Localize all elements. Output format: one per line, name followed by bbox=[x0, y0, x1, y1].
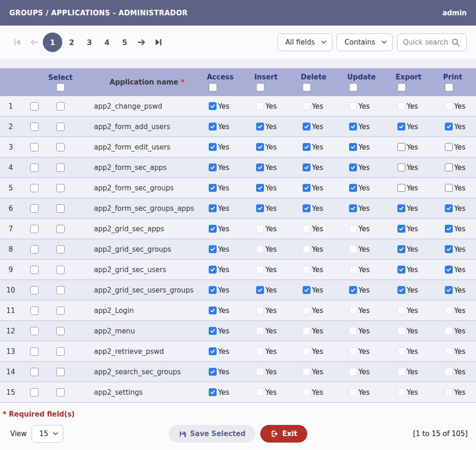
export-checkbox[interactable] bbox=[397, 245, 405, 253]
export-checkbox[interactable] bbox=[397, 143, 405, 151]
print-checkbox[interactable] bbox=[445, 163, 453, 171]
access-checkbox[interactable] bbox=[209, 368, 217, 376]
print-checkbox[interactable] bbox=[445, 286, 453, 294]
print-checkbox[interactable] bbox=[445, 204, 453, 212]
row-select-checkbox[interactable] bbox=[30, 388, 39, 397]
select-field-checkbox[interactable] bbox=[56, 102, 65, 111]
export-checkbox[interactable] bbox=[397, 123, 405, 130]
select-all-checkbox[interactable] bbox=[56, 83, 65, 91]
select-field-checkbox[interactable] bbox=[56, 143, 65, 151]
save-selected-button[interactable]: Save Selected bbox=[169, 425, 256, 443]
view-count-select[interactable]: 15 bbox=[32, 425, 63, 443]
insert-checkbox[interactable] bbox=[256, 204, 264, 212]
page-4-button[interactable]: 4 bbox=[99, 34, 115, 51]
access-checkbox[interactable] bbox=[209, 102, 217, 110]
select-field-checkbox[interactable] bbox=[56, 368, 65, 376]
delete-select-all-checkbox[interactable] bbox=[303, 83, 311, 91]
search-operator-select[interactable]: Contains bbox=[337, 33, 393, 51]
select-field-checkbox[interactable] bbox=[56, 307, 65, 315]
select-field-checkbox[interactable] bbox=[56, 225, 65, 233]
access-checkbox[interactable] bbox=[209, 204, 217, 212]
row-select-checkbox[interactable] bbox=[30, 163, 39, 172]
row-select-checkbox[interactable] bbox=[30, 225, 39, 233]
insert-checkbox[interactable] bbox=[256, 123, 264, 130]
select-field-checkbox[interactable] bbox=[56, 327, 65, 335]
update-checkbox[interactable] bbox=[349, 286, 357, 294]
select-field-checkbox[interactable] bbox=[56, 123, 65, 131]
insert-select-all-checkbox[interactable] bbox=[256, 83, 264, 91]
access-checkbox[interactable] bbox=[209, 163, 217, 171]
update-checkbox[interactable] bbox=[349, 123, 357, 130]
row-select-checkbox[interactable] bbox=[30, 204, 39, 213]
access-checkbox[interactable] bbox=[209, 286, 217, 294]
access-checkbox[interactable] bbox=[209, 347, 217, 355]
access-select-all-checkbox[interactable] bbox=[209, 83, 217, 91]
delete-checkbox[interactable] bbox=[303, 163, 311, 171]
delete-checkbox[interactable] bbox=[303, 143, 311, 151]
insert-checkbox[interactable] bbox=[256, 184, 264, 192]
delete-checkbox[interactable] bbox=[303, 123, 311, 130]
print-checkbox[interactable] bbox=[445, 184, 453, 192]
access-checkbox[interactable] bbox=[209, 388, 217, 396]
access-checkbox[interactable] bbox=[209, 266, 217, 274]
print-select-all-checkbox[interactable] bbox=[445, 83, 453, 91]
export-checkbox[interactable] bbox=[397, 266, 405, 274]
page-5-button[interactable]: 5 bbox=[116, 34, 133, 51]
exit-button[interactable]: Exit bbox=[260, 425, 307, 443]
print-checkbox[interactable] bbox=[445, 245, 453, 253]
insert-checkbox[interactable] bbox=[256, 286, 264, 294]
delete-checkbox[interactable] bbox=[303, 204, 311, 212]
export-checkbox[interactable] bbox=[397, 225, 405, 233]
page-1-button[interactable]: 1 bbox=[43, 33, 62, 52]
export-checkbox[interactable] bbox=[397, 163, 405, 171]
row-select-checkbox[interactable] bbox=[30, 143, 39, 151]
export-select-all-checkbox[interactable] bbox=[397, 83, 406, 91]
update-checkbox[interactable] bbox=[349, 204, 357, 212]
access-checkbox[interactable] bbox=[209, 225, 217, 233]
row-select-checkbox[interactable] bbox=[30, 286, 39, 294]
delete-checkbox[interactable] bbox=[303, 286, 311, 294]
row-select-checkbox[interactable] bbox=[30, 368, 39, 376]
row-select-checkbox[interactable] bbox=[30, 102, 39, 111]
insert-checkbox[interactable] bbox=[256, 143, 264, 151]
print-checkbox[interactable] bbox=[445, 266, 453, 274]
update-select-all-checkbox[interactable] bbox=[349, 83, 357, 91]
page-3-button[interactable]: 3 bbox=[81, 34, 98, 51]
row-select-checkbox[interactable] bbox=[30, 184, 39, 192]
access-checkbox[interactable] bbox=[209, 123, 217, 130]
print-checkbox[interactable] bbox=[445, 143, 453, 151]
access-checkbox[interactable] bbox=[209, 143, 217, 151]
select-field-checkbox[interactable] bbox=[56, 184, 65, 192]
select-field-checkbox[interactable] bbox=[56, 204, 65, 213]
last-page-icon[interactable] bbox=[151, 34, 166, 50]
row-select-checkbox[interactable] bbox=[30, 307, 39, 315]
search-field-select[interactable]: All fields bbox=[278, 33, 333, 51]
next-page-icon[interactable] bbox=[134, 34, 150, 50]
select-field-checkbox[interactable] bbox=[56, 266, 65, 274]
print-checkbox[interactable] bbox=[445, 225, 453, 233]
row-select-checkbox[interactable] bbox=[30, 245, 39, 254]
row-select-checkbox[interactable] bbox=[30, 266, 39, 274]
select-field-checkbox[interactable] bbox=[56, 245, 65, 254]
access-checkbox[interactable] bbox=[209, 245, 217, 253]
select-field-checkbox[interactable] bbox=[56, 163, 65, 172]
select-field-checkbox[interactable] bbox=[56, 286, 65, 294]
access-checkbox[interactable] bbox=[209, 307, 217, 314]
export-checkbox[interactable] bbox=[397, 184, 405, 192]
update-checkbox[interactable] bbox=[349, 184, 357, 192]
select-field-checkbox[interactable] bbox=[56, 388, 65, 397]
row-select-checkbox[interactable] bbox=[30, 347, 39, 356]
access-checkbox[interactable] bbox=[209, 184, 217, 192]
search-icon[interactable] bbox=[451, 38, 460, 47]
quick-search-input[interactable] bbox=[403, 38, 451, 46]
print-checkbox[interactable] bbox=[445, 123, 453, 130]
delete-checkbox[interactable] bbox=[303, 184, 311, 192]
select-field-checkbox[interactable] bbox=[56, 347, 65, 356]
export-checkbox[interactable] bbox=[397, 286, 405, 294]
access-checkbox[interactable] bbox=[209, 327, 217, 335]
insert-checkbox[interactable] bbox=[256, 163, 264, 171]
row-select-checkbox[interactable] bbox=[30, 123, 39, 131]
update-checkbox[interactable] bbox=[349, 163, 357, 171]
export-checkbox[interactable] bbox=[397, 204, 405, 212]
update-checkbox[interactable] bbox=[349, 143, 357, 151]
